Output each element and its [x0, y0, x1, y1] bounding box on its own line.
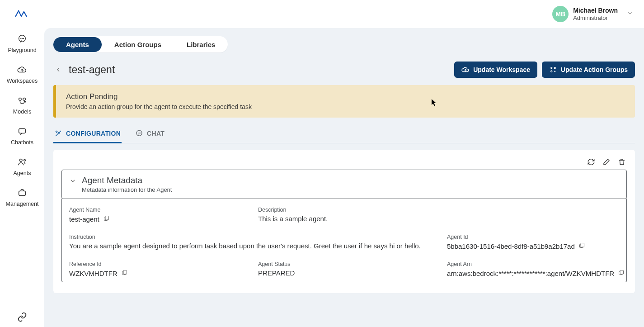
topbar: MB Michael Brown Administrator	[0, 0, 644, 28]
svg-point-2	[22, 38, 23, 39]
svg-point-4	[19, 98, 22, 101]
svg-rect-23	[123, 270, 127, 275]
refresh-button[interactable]	[587, 158, 596, 167]
field-agent-arn: Agent Arn arn:aws:bedrock:*****:********…	[447, 261, 625, 277]
field-instruction: Instruction You are a sample agent desig…	[69, 234, 447, 250]
sidebar-item-models[interactable]: Models	[0, 95, 44, 115]
chevron-down-icon	[627, 10, 633, 18]
field-description: Description This is a sample agent.	[258, 207, 625, 223]
svg-point-14	[554, 67, 555, 69]
copy-icon[interactable]	[578, 242, 585, 250]
briefcase-icon	[17, 187, 28, 198]
user-name: Michael Brown	[573, 7, 618, 14]
sidebar-item-workspaces[interactable]: Workspaces	[0, 64, 44, 84]
edit-button[interactable]	[602, 158, 611, 167]
link-icon	[17, 312, 28, 322]
banner-title: Action Pending	[66, 92, 625, 101]
svg-point-5	[23, 98, 26, 101]
svg-point-6	[24, 101, 26, 102]
sidebar-item-chatbots[interactable]: Chatbots	[0, 126, 44, 146]
brain-icon	[17, 95, 28, 106]
delete-button[interactable]	[618, 158, 627, 167]
metadata-title: Agent Metadata	[82, 175, 172, 185]
sidebar: Playground Workspaces Models Chatbots Ag…	[0, 28, 44, 327]
page-header: test-agent Update Workspace Update Actio…	[53, 62, 635, 78]
subtabs: CONFIGURATION CHAT	[53, 126, 635, 143]
agents-icon	[17, 156, 28, 167]
svg-rect-22	[581, 243, 584, 247]
svg-rect-21	[105, 216, 109, 220]
svg-point-15	[551, 71, 552, 72]
update-action-groups-button[interactable]: Update Action Groups	[542, 62, 635, 78]
svg-point-10	[20, 159, 23, 162]
agent-config-card: Agent Metadata Metadata information for …	[53, 150, 635, 293]
page-title: test-agent	[69, 64, 115, 76]
copy-icon[interactable]	[121, 269, 128, 277]
logo[interactable]	[14, 9, 42, 19]
svg-point-11	[24, 160, 26, 161]
chat-icon	[135, 129, 143, 137]
avatar: MB	[552, 6, 569, 22]
update-workspace-button[interactable]: Update Workspace	[454, 62, 537, 78]
tab-agents[interactable]: Agents	[53, 37, 102, 52]
metadata-subtitle: Metadata information for the Agent	[82, 186, 172, 193]
subtab-chat[interactable]: CHAT	[134, 126, 165, 143]
metadata-header: Agent Metadata Metadata information for …	[61, 170, 627, 199]
sidebar-item-agents[interactable]: Agents	[0, 156, 44, 176]
field-agent-id: Agent Id 5bba1630-1516-4bed-8df8-a51b9a2…	[447, 234, 625, 250]
tab-action-groups[interactable]: Action Groups	[102, 37, 174, 52]
sidebar-item-link[interactable]	[0, 312, 44, 322]
svg-point-19	[139, 133, 140, 133]
sidebar-item-playground[interactable]: Playground	[0, 33, 44, 53]
svg-point-3	[23, 38, 24, 39]
copy-icon[interactable]	[618, 269, 625, 277]
main-content: Agents Action Groups Libraries test-agen…	[44, 28, 644, 327]
svg-rect-24	[620, 270, 624, 275]
field-reference-id: Reference Id WZKVMHDTFR	[69, 261, 258, 277]
collapse-toggle[interactable]	[69, 177, 76, 186]
svg-point-20	[140, 133, 141, 133]
cloud-icon	[17, 64, 28, 75]
back-button[interactable]	[53, 65, 63, 75]
svg-point-13	[551, 67, 552, 69]
field-agent-name: Agent Name test-agent	[69, 207, 258, 223]
field-agent-status: Agent Status PREPARED	[258, 261, 447, 277]
svg-point-18	[138, 133, 138, 133]
sidebar-item-management[interactable]: Management	[0, 187, 44, 207]
top-tabs: Agents Action Groups Libraries	[53, 36, 228, 52]
user-role: Administrator	[573, 14, 618, 22]
svg-point-16	[58, 133, 59, 134]
chatbot-icon	[17, 126, 28, 137]
svg-rect-7	[19, 129, 26, 133]
user-menu[interactable]: MB Michael Brown Administrator	[552, 6, 633, 22]
banner-text: Provide an action group for the agent to…	[66, 103, 625, 110]
subtab-configuration[interactable]: CONFIGURATION	[53, 126, 122, 143]
tools-icon	[54, 129, 62, 137]
svg-rect-12	[19, 191, 26, 195]
tab-libraries[interactable]: Libraries	[174, 37, 228, 52]
metadata-body: Agent Name test-agent Description This i…	[61, 199, 627, 282]
copy-icon[interactable]	[103, 215, 110, 223]
svg-point-1	[21, 38, 21, 39]
chat-bubble-icon	[17, 33, 28, 44]
action-pending-banner: Action Pending Provide an action group f…	[53, 85, 635, 118]
